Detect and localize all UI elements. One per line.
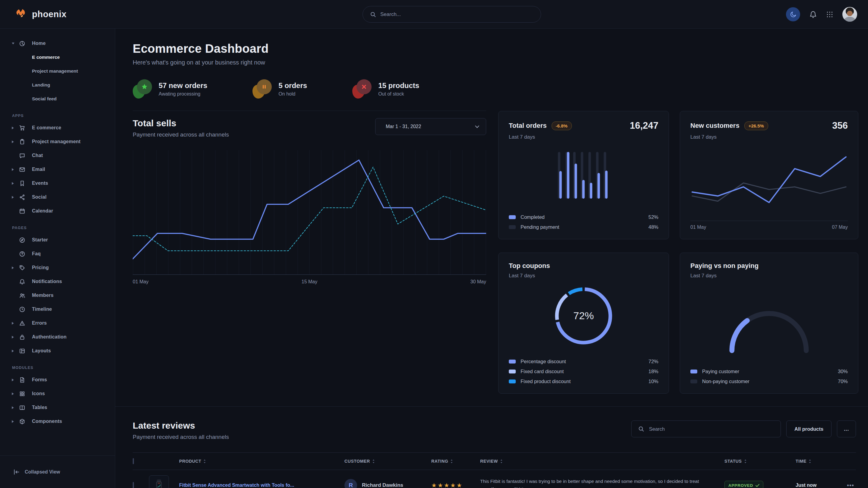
bell-icon xyxy=(19,279,32,285)
reviews-search-input[interactable] xyxy=(649,426,774,432)
sidebar-section-pages: PAGES xyxy=(0,218,115,233)
table-row: Fitbit Sense Advanced Smartwatch with To… xyxy=(133,470,856,488)
global-search-input[interactable] xyxy=(380,11,533,18)
sidebar-item-forms[interactable]: Forms xyxy=(0,373,115,387)
stat-out-of-stock: 15 products Out of stock xyxy=(352,79,419,99)
sidebar-item-events[interactable]: Events xyxy=(0,176,115,190)
chevron-down-icon xyxy=(475,125,479,128)
sidebar-item-social-feed[interactable]: Social feed xyxy=(0,92,115,106)
sidebar-item-ecommerce[interactable]: E commerce xyxy=(0,50,115,64)
sidebar-item-ecommerce-app[interactable]: E commerce xyxy=(0,121,115,135)
sort-icon xyxy=(450,459,453,464)
sidebar-item-components[interactable]: Components xyxy=(0,415,115,428)
sidebar-item-notifications[interactable]: Notifications xyxy=(0,274,115,289)
nine-dots-icon xyxy=(826,11,833,18)
review-text: This Fitbit is fantastic! I was trying t… xyxy=(480,478,724,488)
search-icon xyxy=(638,426,644,432)
select-all-checkbox[interactable] xyxy=(133,458,134,464)
sidebar-section-apps: APPS xyxy=(0,106,115,121)
status-badge: APPROVED xyxy=(724,481,763,488)
column-customer[interactable]: CUSTOMER xyxy=(344,459,431,464)
search-icon xyxy=(370,11,376,18)
chat-icon xyxy=(19,153,32,159)
sidebar-item-errors[interactable]: Errors xyxy=(0,316,115,330)
new-customers-badge: +26.5% xyxy=(744,122,768,130)
reviews-more-button[interactable]: ... xyxy=(837,421,856,437)
review-time: Just now xyxy=(796,483,840,488)
sidebar-item-email[interactable]: Email xyxy=(0,162,115,176)
product-thumbnail-smartwatch[interactable] xyxy=(149,475,169,488)
new-customers-x-axis: 01 May 07 May xyxy=(690,221,848,230)
sidebar-item-tables[interactable]: Tables xyxy=(0,400,115,415)
top-navbar: phoenix xyxy=(0,0,868,29)
paying-title: Paying vs non paying xyxy=(690,262,758,270)
total-orders-value: 16,247 xyxy=(630,120,658,131)
total-sells-chart xyxy=(133,148,486,275)
legend-percentage-discount: Percentage discount 72% xyxy=(509,359,658,364)
caret-right-icon xyxy=(11,406,19,409)
column-time[interactable]: TIME xyxy=(796,459,840,464)
sidebar-item-home[interactable]: Home xyxy=(0,36,115,50)
column-product[interactable]: PRODUCT xyxy=(179,459,344,464)
column-rating[interactable]: RATING xyxy=(431,459,480,464)
product-link[interactable]: Fitbit Sense Advanced Smartwatch with To… xyxy=(179,483,294,488)
caret-right-icon xyxy=(11,420,19,423)
customer-cell: R Richard Dawkins xyxy=(344,479,431,488)
sidebar: Home E commerce Project management Landi… xyxy=(0,29,115,488)
sidebar-item-members[interactable]: Members xyxy=(0,289,115,302)
sidebar-item-faq[interactable]: Faq xyxy=(0,247,115,261)
clipboard-icon xyxy=(19,139,32,145)
date-range-select[interactable]: Mar 1 - 31, 2022 xyxy=(375,118,486,135)
sidebar-item-pricing[interactable]: Pricing xyxy=(0,261,115,274)
reviews-search[interactable] xyxy=(631,421,781,437)
column-status[interactable]: STATUS xyxy=(724,459,796,464)
legend-fixed-product-discount: Fixed product discount 10% xyxy=(509,379,658,384)
top-coupons-title: Top coupons xyxy=(509,262,550,270)
user-avatar[interactable] xyxy=(842,7,857,22)
sidebar-item-timeline[interactable]: Timeline xyxy=(0,302,115,316)
total-sells-title: Total sells xyxy=(133,118,229,128)
column-review[interactable]: REVIEW xyxy=(480,459,724,464)
sidebar-item-layouts[interactable]: Layouts xyxy=(0,344,115,358)
cart-icon xyxy=(19,125,32,131)
sort-icon xyxy=(809,459,811,464)
sort-icon xyxy=(372,459,375,464)
all-products-button[interactable]: All products xyxy=(786,421,832,437)
legend-pending-payment: Pending payment 48% xyxy=(509,224,658,230)
sidebar-item-landing[interactable]: Landing xyxy=(0,78,115,92)
top-coupons-card: Top coupons Last 7 days 72% Percentage d… xyxy=(498,253,669,394)
apps-grid-button[interactable] xyxy=(826,11,833,18)
sort-icon xyxy=(744,459,747,464)
sidebar-item-project-management-app[interactable]: Project management xyxy=(0,135,115,149)
theme-toggle-button[interactable] xyxy=(786,7,800,22)
sidebar-item-social[interactable]: Social xyxy=(0,190,115,204)
sidebar-section-modules: MODULES xyxy=(0,358,115,373)
global-search[interactable] xyxy=(363,6,541,23)
compass-icon xyxy=(19,237,32,243)
caret-down-icon xyxy=(11,42,19,45)
sidebar-item-calendar[interactable]: Calendar xyxy=(0,204,115,218)
sidebar-item-icons[interactable]: Icons xyxy=(0,387,115,400)
sidebar-item-authentication[interactable]: Authentication xyxy=(0,330,115,344)
sidebar-item-starter[interactable]: Starter xyxy=(0,233,115,247)
calendar-icon xyxy=(19,208,32,214)
total-orders-bar-chart xyxy=(557,152,611,199)
new-customers-value: 356 xyxy=(832,120,848,131)
legend-fixed-card-discount: Fixed card discount 18% xyxy=(509,369,658,375)
moon-icon xyxy=(789,11,797,18)
collapse-icon xyxy=(13,469,20,475)
lock-icon xyxy=(19,334,32,340)
layout-icon xyxy=(19,348,32,354)
latest-reviews-subtitle: Payment received across all channels xyxy=(133,434,229,441)
sidebar-item-project-management[interactable]: Project management xyxy=(0,64,115,78)
page-title: Ecommerce Dashboard xyxy=(133,42,856,56)
row-checkbox[interactable] xyxy=(133,482,134,488)
latest-reviews-title: Latest reviews xyxy=(133,421,229,431)
notifications-button[interactable] xyxy=(809,10,817,19)
collapse-sidebar-button[interactable]: Collapsed View xyxy=(0,455,115,488)
caret-right-icon xyxy=(11,196,19,199)
sidebar-item-chat[interactable]: Chat xyxy=(0,149,115,162)
row-menu-button[interactable]: ••• xyxy=(840,482,856,488)
new-customers-title: New customers xyxy=(690,122,740,130)
brand-logo[interactable]: phoenix xyxy=(0,8,115,20)
